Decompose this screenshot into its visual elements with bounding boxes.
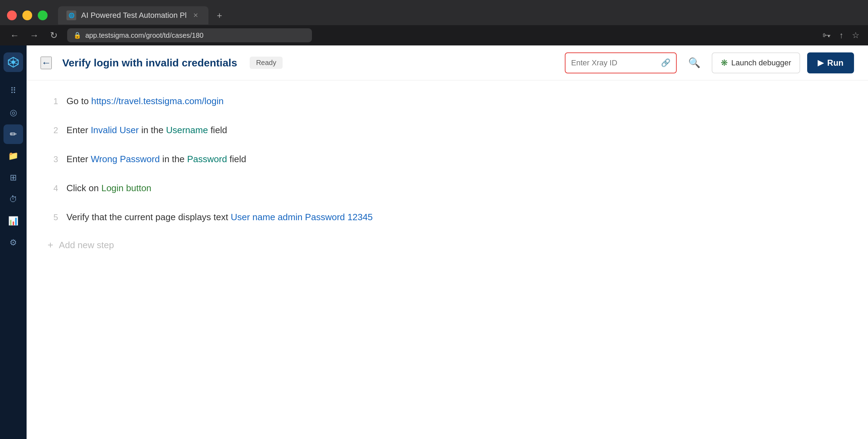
step-row: 4 Click on Login button [48, 181, 847, 195]
step-number: 4 [48, 183, 58, 193]
minimize-window-button[interactable] [22, 10, 32, 20]
status-badge: Ready [250, 57, 283, 69]
step-number: 5 [48, 213, 58, 222]
bookmark-icon[interactable]: ☆ [852, 30, 860, 40]
link-icon: 🔗 [661, 58, 670, 67]
tab-favicon: 🌐 [66, 10, 76, 20]
run-icon: ▶ [818, 58, 824, 67]
step-value: User name admin Password 12345 [231, 212, 373, 222]
xray-input-wrapper[interactable]: 🔗 [565, 52, 677, 73]
step-row: 1 Go to https://travel.testsigma.com/log… [48, 94, 847, 108]
sidebar-item-runs[interactable]: ⏱ [3, 189, 23, 209]
sidebar-item-grid[interactable]: ⠿ [3, 81, 23, 101]
step-normal-text: Go to [66, 96, 91, 106]
refresh-button[interactable]: ↻ [48, 30, 60, 41]
traffic-lights [7, 10, 48, 20]
step-row: 3 Enter Wrong Password in the Password f… [48, 152, 847, 166]
step-text: Enter Invalid User in the Username field [66, 123, 227, 137]
add-step-row[interactable]: + Add new step [48, 239, 847, 251]
search-button[interactable]: 🔍 [684, 52, 705, 73]
components-icon: ⊞ [10, 173, 17, 182]
sidebar: ⠿ ◎ ✏ 📁 ⊞ ⏱ 📊 ⚙ [0, 45, 27, 439]
editor-icon: ✏ [10, 129, 17, 139]
top-bar: ← Verify login with invalid credentials … [27, 45, 868, 80]
new-tab-button[interactable]: + [213, 9, 226, 22]
step-normal-text: in the [139, 125, 166, 135]
sidebar-item-components[interactable]: ⊞ [3, 168, 23, 187]
app-content: ⠿ ◎ ✏ 📁 ⊞ ⏱ 📊 ⚙ ← Verify login with inva… [0, 45, 868, 439]
folder-icon: 📁 [8, 151, 19, 161]
step-normal-text: Enter [66, 125, 91, 135]
add-step-icon: + [48, 239, 53, 251]
step-row: 2 Enter Invalid User in the Username fie… [48, 123, 847, 137]
sidebar-item-editor[interactable]: ✏ [3, 124, 23, 144]
browser-chrome: 🌐 AI Powered Test Automation Pl ✕ + ← → … [0, 0, 868, 45]
url-bar[interactable]: 🔒 app.testsigma.com/groot/td/cases/180 [67, 28, 312, 42]
reports-icon: 📊 [8, 216, 19, 226]
step-text: Enter Wrong Password in the Password fie… [66, 152, 246, 166]
main-area: ← Verify login with invalid credentials … [27, 45, 868, 439]
monitor-icon: ◎ [10, 108, 17, 117]
step-text: Verify that the current page displays te… [66, 210, 373, 224]
step-value: Invalid User [91, 125, 138, 135]
address-bar: ← → ↻ 🔒 app.testsigma.com/groot/td/cases… [0, 25, 868, 45]
runs-icon: ⏱ [9, 194, 17, 204]
step-normal-text: Enter [66, 154, 91, 164]
page-title: Verify login with invalid credentials [62, 57, 237, 69]
step-number: 2 [48, 125, 58, 135]
settings-icon: ⚙ [9, 238, 17, 247]
close-window-button[interactable] [7, 10, 17, 20]
grid-icon: ⠿ [10, 86, 16, 96]
tab-bar: 🌐 AI Powered Test Automation Pl ✕ + [0, 0, 868, 25]
url-actions: 🗝 ↑ ☆ [823, 30, 860, 40]
tab-close-button[interactable]: ✕ [192, 11, 200, 20]
step-field: Username [166, 125, 208, 135]
step-normal-text: in the [160, 154, 187, 164]
step-text: Click on Login button [66, 181, 151, 195]
add-step-label: Add new step [59, 240, 114, 251]
step-link[interactable]: https://travel.testsigma.com/login [91, 96, 224, 106]
nav-buttons: ← → ↻ [8, 30, 60, 41]
sidebar-item-settings[interactable]: ⚙ [3, 233, 23, 252]
launch-debugger-button[interactable]: ❋ Launch debugger [712, 52, 800, 73]
run-label: Run [827, 58, 844, 68]
maximize-window-button[interactable] [38, 10, 48, 20]
forward-button[interactable]: → [28, 30, 41, 41]
step-normal-text: field [227, 154, 246, 164]
share-icon[interactable]: ↑ [839, 30, 844, 40]
sidebar-item-monitor[interactable]: ◎ [3, 103, 23, 122]
key-icon[interactable]: 🗝 [823, 30, 831, 40]
step-normal-text: field [208, 125, 227, 135]
step-row: 5 Verify that the current page displays … [48, 210, 847, 224]
step-element: Login button [101, 183, 151, 193]
xray-id-input[interactable] [571, 58, 658, 67]
run-button[interactable]: ▶ Run [807, 52, 854, 73]
step-normal-text: Verify that the current page displays te… [66, 212, 231, 222]
lock-icon: 🔒 [73, 31, 81, 39]
steps-content: 1 Go to https://travel.testsigma.com/log… [27, 80, 868, 439]
url-text: app.testsigma.com/groot/td/cases/180 [85, 31, 204, 39]
debugger-label: Launch debugger [731, 58, 791, 67]
logo-icon [7, 56, 20, 69]
step-value: Wrong Password [91, 154, 160, 164]
back-button[interactable]: ← [8, 30, 21, 41]
step-field: Password [187, 154, 227, 164]
step-text: Go to https://travel.testsigma.com/login [66, 94, 223, 108]
tab-title: AI Powered Test Automation Pl [81, 11, 187, 20]
debugger-icon: ❋ [721, 58, 728, 68]
app-logo [3, 52, 23, 72]
step-number: 1 [48, 96, 58, 106]
sidebar-item-reports[interactable]: 📊 [3, 211, 23, 231]
back-button[interactable]: ← [41, 57, 52, 69]
browser-tab-active[interactable]: 🌐 AI Powered Test Automation Pl ✕ [58, 6, 208, 24]
search-icon: 🔍 [688, 57, 700, 69]
step-normal-text: Click on [66, 183, 101, 193]
sidebar-item-folder[interactable]: 📁 [3, 146, 23, 166]
step-number: 3 [48, 154, 58, 164]
